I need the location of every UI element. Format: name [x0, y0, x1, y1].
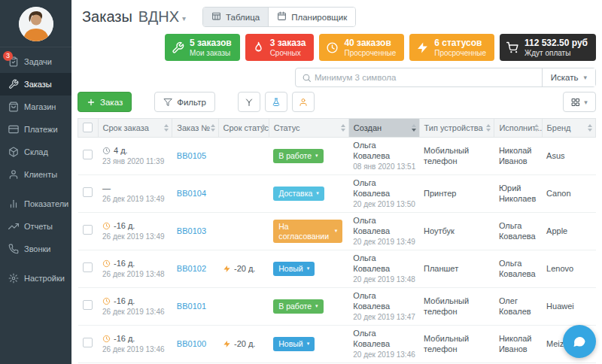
column-label: Статус	[274, 123, 300, 132]
stat-label: Срочных	[270, 49, 306, 58]
stat-badge-overdue-statuses[interactable]: 6 статусовПросроченные	[409, 34, 494, 61]
order-link[interactable]: BB0105	[177, 151, 206, 160]
row-checkbox[interactable]	[83, 300, 93, 310]
sidebar-item-shop[interactable]: Магазин	[0, 96, 71, 118]
search-input[interactable]	[315, 73, 542, 82]
sidebar-item-warehouse[interactable]: Склад	[0, 141, 71, 163]
cell-created: Ольга Ковалева20 дек 2019 13:48	[348, 250, 419, 288]
chevron-down-icon: ▾	[316, 190, 319, 196]
search-box: Искать ▾	[295, 68, 596, 87]
column-header-assignee[interactable]: Исполнит...	[494, 119, 542, 138]
stat-label: Ждут оплаты	[524, 49, 588, 58]
column-header-device[interactable]: Тип устройства	[419, 119, 494, 138]
quick-filter-buttons	[238, 92, 315, 112]
add-order-button[interactable]: Заказ	[78, 92, 132, 112]
chevron-down-icon: ▾	[335, 228, 338, 234]
stat-badge-awaiting-payment[interactable]: 112 532.50 рубЖдут оплаты	[500, 34, 596, 61]
row-checkbox[interactable]	[83, 225, 93, 235]
cell-due: —26 дек 2019 13:49	[98, 175, 172, 213]
column-label: Тип устройства	[424, 123, 483, 132]
sidebar-nav: 3ЗадачиЗаказыМагазинПлатежиСкладКлиентыП…	[0, 47, 71, 290]
column-header-created[interactable]: Создан	[348, 119, 419, 138]
orders-table-zone: Срок заказаЗаказ №Срок статусаСтатусСозд…	[71, 118, 602, 364]
sidebar-item-reports[interactable]: Отчеты	[0, 215, 71, 238]
view-tab-table[interactable]: Таблица	[203, 8, 268, 26]
cell-created: Ольга Ковалева20 дек 2019 13:46	[348, 326, 419, 363]
table-row[interactable]: -16 д.26 дек 2019 13:46BB0101В работе▾Ол…	[78, 288, 596, 326]
status-badge[interactable]: Доставка▾	[273, 187, 324, 200]
cell-due: -16 д.26 дек 2019 13:46	[98, 288, 172, 326]
status-badge[interactable]: Новый▾	[273, 337, 315, 350]
sidebar-item-calls[interactable]: Звонки	[0, 238, 71, 260]
column-header-status[interactable]: Статус	[269, 119, 348, 138]
sort-icon	[211, 124, 215, 132]
table-row[interactable]: -16 д.26 дек 2019 13:49BB0103На согласов…	[78, 213, 596, 250]
cell-brand: Asus	[542, 138, 595, 175]
table-row[interactable]: —26 дек 2019 13:49BB0104Доставка▾Ольга К…	[78, 175, 596, 213]
chat-widget-button[interactable]	[563, 325, 596, 358]
view-tab-label: Таблица	[226, 13, 260, 22]
order-link[interactable]: BB0102	[177, 264, 206, 273]
cell-status-due	[218, 288, 269, 326]
view-tab-planner[interactable]: Планировщик	[268, 8, 355, 26]
row-checkbox[interactable]	[83, 262, 93, 272]
grid-icon	[571, 98, 580, 107]
tasks-count-badge: 3	[3, 51, 13, 61]
table-row[interactable]: 4 д.23 янв 2020 11:39BB0105В работе▾Ольг…	[78, 138, 596, 175]
column-header-order_no[interactable]: Заказ №	[172, 119, 218, 138]
sidebar-item-label: Клиенты	[24, 170, 57, 179]
search-button[interactable]: Искать ▾	[542, 68, 595, 86]
stat-badge-my-orders[interactable]: 5 заказовМои заказы	[165, 34, 240, 61]
status-badge[interactable]: В работе▾	[273, 149, 323, 162]
sidebar-item-orders[interactable]: Заказы	[0, 73, 71, 96]
branch-name: ВДНХ	[138, 8, 179, 26]
chevron-down-icon: ▾	[315, 303, 318, 309]
cell-brand: Huawei	[542, 288, 595, 326]
select-all-checkbox[interactable]	[83, 123, 93, 132]
sidebar-item-clients[interactable]: Клиенты	[0, 163, 71, 186]
table-header-row: Срок заказаЗаказ №Срок статусаСтатусСозд…	[78, 119, 596, 138]
cell-assignee: Николай Иванов	[494, 326, 542, 363]
table-row[interactable]: -16 д.26 дек 2019 13:46BB0100-20 д.Новый…	[78, 326, 596, 363]
column-header-status_due[interactable]: Срок статуса	[218, 119, 269, 138]
toolbar: Заказ Фильтр ▾	[71, 90, 602, 118]
status-badge[interactable]: На согласовании▾	[273, 220, 342, 242]
sidebar-item-payments[interactable]: Платежи	[0, 118, 71, 141]
filter-button[interactable]: Фильтр	[154, 92, 215, 112]
table-row[interactable]: -16 д.26 дек 2019 13:48BB0102-20 д.Новый…	[78, 250, 596, 288]
order-link[interactable]: BB0100	[177, 339, 206, 348]
chevron-down-icon: ▾	[584, 99, 588, 106]
select-all-cell	[78, 119, 99, 138]
cell-created: Ольга Ковалева20 дек 2019 13:47	[348, 288, 419, 326]
app-window: 3ЗадачиЗаказыМагазинПлатежиСкладКлиентыП…	[0, 0, 602, 364]
stat-value: 6 статусов	[434, 38, 486, 49]
quick-filter-person-button[interactable]	[292, 92, 315, 112]
row-checkbox[interactable]	[83, 338, 93, 347]
cell-device: Мобильный телефон	[419, 138, 494, 175]
table-icon	[211, 11, 221, 23]
status-badge[interactable]: Новый▾	[273, 262, 315, 275]
status-badge[interactable]: В работе▾	[273, 299, 323, 313]
cell-created: Ольга Ковалева20 дек 2019 13:50	[348, 175, 419, 213]
sidebar-item-settings[interactable]: Настройки	[0, 267, 71, 290]
page-title: Заказы	[82, 8, 132, 26]
stat-badge-overdue-orders[interactable]: 40 заказовПросроченные	[319, 34, 404, 61]
column-header-brand[interactable]: Бренд	[542, 119, 595, 138]
sidebar-item-tasks[interactable]: 3Задачи	[0, 50, 71, 73]
row-checkbox[interactable]	[83, 187, 93, 197]
fire-icon	[252, 41, 265, 54]
row-checkbox[interactable]	[83, 150, 93, 159]
stat-value: 3 заказа	[270, 38, 306, 49]
table-settings-button[interactable]: ▾	[563, 92, 596, 112]
branch-selector[interactable]: ВДНХ ▾	[138, 8, 186, 26]
order-link[interactable]: BB0101	[177, 302, 206, 311]
sidebar-item-metrics[interactable]: Показатели	[0, 193, 71, 215]
column-header-due[interactable]: Срок заказа	[98, 119, 172, 138]
order-link[interactable]: BB0104	[177, 189, 206, 198]
cell-device: Принтер	[419, 175, 494, 213]
quick-filter-flask-button[interactable]	[265, 92, 287, 112]
user-avatar[interactable]	[0, 0, 71, 47]
quick-filter-merge-button[interactable]	[238, 92, 260, 112]
stat-badge-urgent[interactable]: 3 заказаСрочных	[245, 34, 315, 61]
order-link[interactable]: BB0103	[177, 226, 206, 235]
